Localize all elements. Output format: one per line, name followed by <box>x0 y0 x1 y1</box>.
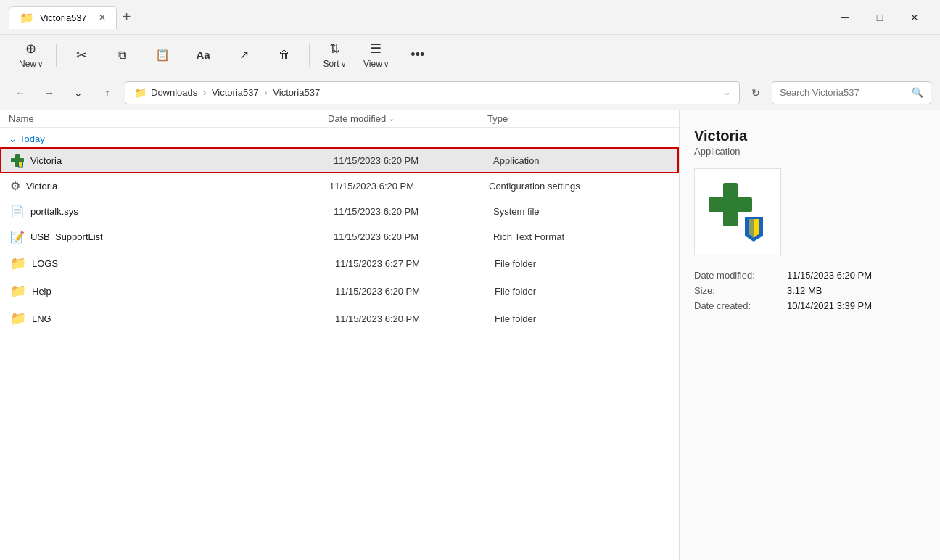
new-button[interactable]: ⊕ New ∨ <box>12 39 50 71</box>
copy-icon: ⧉ <box>118 49 126 62</box>
toolbar-divider-2 <box>309 44 310 67</box>
file-type: Application <box>493 155 669 166</box>
folder-icon: 📁 <box>10 283 26 299</box>
file-name: porttalk.sys <box>30 206 334 217</box>
window-controls: ─ □ ✕ <box>828 6 931 29</box>
folder-icon: 📁 <box>10 255 26 271</box>
address-folder-icon: 📁 <box>134 87 147 99</box>
search-input[interactable] <box>780 87 907 98</box>
file-date: 11/15/2023 6:20 PM <box>335 313 495 324</box>
file-date: 11/15/2023 6:20 PM <box>334 231 493 242</box>
address-bar-row: ← → ⌄ ↑ 📁 Downloads › Victoria537 › Vict… <box>0 75 940 110</box>
paste-button[interactable]: 📋 <box>144 39 181 71</box>
file-row[interactable]: 📁 LOGS 11/15/2023 6:27 PM File folder <box>0 250 679 277</box>
main-content: Name Date modified ⌄ Type ⌄ Today Victor… <box>0 110 940 560</box>
delete-button[interactable]: 🗑 <box>265 39 303 71</box>
close-button[interactable]: ✕ <box>898 6 931 29</box>
victoria-app-icon <box>705 179 770 244</box>
search-icon: 🔍 <box>912 87 923 98</box>
group-collapse-icon: ⌄ <box>9 133 17 144</box>
file-date: 11/15/2023 6:20 PM <box>335 286 495 297</box>
sort-button[interactable]: ⇅ Sort ∨ <box>316 39 353 71</box>
share-icon: ↗ <box>239 48 249 62</box>
col-header-date[interactable]: Date modified ⌄ <box>328 113 487 124</box>
delete-icon: 🗑 <box>279 49 290 62</box>
minimize-button[interactable]: ─ <box>828 6 862 29</box>
title-bar: 📁 Victoria537 ✕ + ─ □ ✕ <box>0 0 940 35</box>
forward-button[interactable]: → <box>38 81 61 104</box>
rename-button[interactable]: Aa <box>184 39 222 71</box>
view-icon: ☰ <box>370 41 382 57</box>
new-label: New <box>19 59 36 69</box>
file-type: File folder <box>495 286 669 297</box>
detail-size-row: Size: 3.12 MB <box>694 285 925 296</box>
detail-props: Date modified: 11/15/2023 6:20 PM Size: … <box>694 270 925 311</box>
more-options-button[interactable]: ••• <box>399 39 437 71</box>
address-bar[interactable]: 📁 Downloads › Victoria537 › Victoria537 … <box>125 81 740 104</box>
file-row[interactable]: 📄 porttalk.sys 11/15/2023 6:20 PM System… <box>0 199 679 224</box>
toolbar-divider-1 <box>56 44 57 67</box>
detail-title: Victoria <box>694 128 925 144</box>
sort-icon: ⇅ <box>329 41 340 57</box>
up-button[interactable]: ↑ <box>96 81 119 104</box>
search-box[interactable]: 🔍 <box>772 81 931 104</box>
detail-panel: Victoria Application Date modified: 11/1… <box>679 110 940 560</box>
file-date: 11/15/2023 6:20 PM <box>334 206 493 217</box>
file-row[interactable]: 📁 Help 11/15/2023 6:20 PM File folder <box>0 277 679 305</box>
col-header-name[interactable]: Name <box>9 113 328 124</box>
file-row[interactable]: 📝 USB_SupportList 11/15/2023 6:20 PM Ric… <box>0 224 679 250</box>
detail-thumbnail <box>694 168 781 255</box>
detail-size-label: Size: <box>694 285 781 296</box>
cut-icon: ✂ <box>76 47 87 63</box>
toolbar: ⊕ New ∨ ✂ ⧉ 📋 Aa ↗ 🗑 ⇅ Sort ∨ ☰ View ∨ <box>0 35 940 75</box>
file-name: LOGS <box>32 258 335 269</box>
tab-close-button[interactable]: ✕ <box>99 12 106 22</box>
breadcrumb-victoria537-1[interactable]: Victoria537 <box>212 87 259 98</box>
file-date: 11/15/2023 6:20 PM <box>334 155 493 166</box>
rename-icon: Aa <box>196 49 210 61</box>
file-row[interactable]: ⚙ Victoria 11/15/2023 6:20 PM Configurat… <box>0 173 679 199</box>
active-tab[interactable]: 📁 Victoria537 ✕ <box>9 6 117 29</box>
refresh-button[interactable]: ↻ <box>746 83 766 103</box>
view-label: View <box>363 59 382 69</box>
new-tab-button[interactable]: + <box>117 6 137 28</box>
detail-date-modified-label: Date modified: <box>694 270 781 281</box>
copy-button[interactable]: ⧉ <box>103 39 141 71</box>
folder-icon: 📁 <box>10 310 26 326</box>
file-row[interactable]: Victoria 11/15/2023 6:20 PM Application <box>0 147 679 173</box>
config-icon: ⚙ <box>10 179 20 193</box>
maximize-button[interactable]: □ <box>863 6 896 29</box>
file-name: Victoria <box>26 181 329 192</box>
view-button[interactable]: ☰ View ∨ <box>356 39 396 71</box>
breadcrumb: Downloads › Victoria537 › Victoria537 <box>151 87 720 98</box>
detail-subtitle: Application <box>694 146 925 157</box>
detail-date-modified-value: 11/15/2023 6:20 PM <box>787 270 872 281</box>
group-header-today[interactable]: ⌄ Today <box>0 128 679 147</box>
file-name: Victoria <box>30 155 334 166</box>
breadcrumb-sep1: › <box>203 87 206 98</box>
share-button[interactable]: ↗ <box>225 39 263 71</box>
paste-icon: 📋 <box>155 48 170 62</box>
dropdown-button[interactable]: ⌄ <box>67 81 90 104</box>
breadcrumb-downloads[interactable]: Downloads <box>151 87 197 98</box>
detail-date-modified-row: Date modified: 11/15/2023 6:20 PM <box>694 270 925 281</box>
file-type: Configuration settings <box>489 181 669 192</box>
sort-label: Sort <box>323 59 339 69</box>
sys-icon: 📄 <box>10 205 25 218</box>
column-headers: Name Date modified ⌄ Type <box>0 110 679 128</box>
tab-area: 📁 Victoria537 ✕ + <box>9 6 828 29</box>
back-button[interactable]: ← <box>9 81 32 104</box>
breadcrumb-victoria537-2[interactable]: Victoria537 <box>273 87 320 98</box>
tab-folder-icon: 📁 <box>20 11 34 25</box>
file-type: File folder <box>495 313 669 324</box>
file-list: Name Date modified ⌄ Type ⌄ Today Victor… <box>0 110 679 560</box>
cut-button[interactable]: ✂ <box>62 39 100 71</box>
address-chevron-icon[interactable]: ⌄ <box>724 88 730 97</box>
file-row[interactable]: 📁 LNG 11/15/2023 6:20 PM File folder <box>0 305 679 332</box>
detail-date-created-label: Date created: <box>694 300 781 311</box>
rtf-icon: 📝 <box>10 230 25 244</box>
col-header-type[interactable]: Type <box>487 113 670 124</box>
view-chevron-icon: ∨ <box>384 60 389 68</box>
breadcrumb-sep2: › <box>264 87 267 98</box>
file-date: 11/15/2023 6:27 PM <box>335 258 495 269</box>
